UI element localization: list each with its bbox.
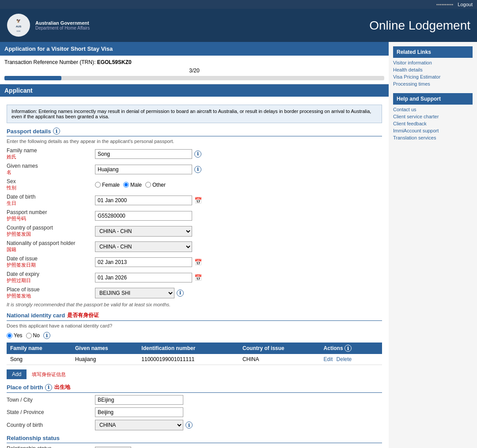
family-name-input[interactable]	[95, 149, 192, 159]
national-id-yes-option[interactable]: Yes	[7, 332, 23, 339]
sidebar-immiaccount-link[interactable]: ImmiAccount support	[393, 128, 473, 133]
dob-input[interactable]	[95, 196, 192, 205]
passport-valid-note: It is strongly recommended that the pass…	[7, 302, 382, 307]
sidebar-pricing-link[interactable]: Visa Pricing Estimator	[393, 74, 473, 79]
national-id-info-icon[interactable]: ℹ	[43, 332, 50, 339]
relationship-title: Relationship status	[7, 435, 382, 443]
country-birth-label: Country of birth	[7, 422, 95, 428]
sidebar: Related Links Visitor information Health…	[389, 42, 477, 448]
nationality-control: CHINA - CHN	[95, 241, 382, 252]
country-birth-info-icon[interactable]: ℹ	[186, 422, 193, 429]
svg-text:AUS: AUS	[16, 25, 22, 28]
country-passport-select[interactable]: CHINA - CHN	[95, 226, 192, 237]
delete-id-link[interactable]: Delete	[337, 356, 352, 362]
gov-text-block: Australian Government Department of Home…	[35, 20, 90, 30]
sex-male-option[interactable]: Male	[123, 182, 142, 188]
sex-female-radio[interactable]	[95, 182, 101, 188]
expiry-date-control: 📅	[95, 273, 382, 282]
passport-num-label: Passport number 护照号码	[7, 209, 95, 222]
national-id-subtitle: Does this applicant have a national iden…	[7, 323, 382, 328]
table-col-country: Country of issue	[239, 343, 320, 354]
given-names-info-icon[interactable]: ℹ	[194, 166, 201, 173]
relationship-label: Relationship status 婚姻状态	[7, 445, 95, 448]
passport-info-icon[interactable]: ℹ	[53, 128, 60, 135]
passport-num-row: Passport number 护照号码	[7, 209, 382, 222]
add-id-button[interactable]: Add	[7, 369, 26, 379]
place-issue-info-icon[interactable]: ℹ	[177, 290, 184, 297]
expiry-date-label: Date of expiry 护照过期日	[7, 271, 95, 284]
given-names-input[interactable]	[95, 165, 192, 174]
country-birth-select[interactable]: CHINA	[95, 420, 183, 430]
sex-other-radio[interactable]	[145, 182, 151, 188]
sex-other-option[interactable]: Other	[145, 182, 166, 188]
table-cell-family: Song	[7, 354, 72, 365]
national-id-title: National identity card 是否有身份证	[7, 312, 382, 321]
national-id-yes-radio[interactable]	[7, 333, 12, 339]
sidebar-feedback-link[interactable]: Client feedback	[393, 121, 473, 126]
help-section: Help and Support Contact us Client servi…	[393, 93, 473, 140]
sidebar-processing-link[interactable]: Processing times	[393, 81, 473, 87]
sex-male-radio[interactable]	[123, 182, 129, 188]
given-names-row: Given names 名 ℹ	[7, 163, 382, 176]
family-name-info-icon[interactable]: ℹ	[194, 151, 201, 158]
edit-id-link[interactable]: Edit	[324, 356, 333, 362]
national-id-no-option[interactable]: No	[26, 332, 40, 339]
issue-calendar-icon[interactable]: 📅	[194, 259, 202, 266]
national-id-no-radio[interactable]	[26, 333, 32, 339]
state-control	[95, 407, 382, 417]
dob-row: Date of birth 生日 📅	[7, 194, 382, 207]
logout-link[interactable]: Logout	[458, 2, 473, 7]
state-input[interactable]	[95, 407, 183, 417]
form-title: Application for a Visitor Short Stay Vis…	[0, 42, 389, 56]
sidebar-health-details-link[interactable]: Health details	[393, 67, 473, 72]
progress-bar-container	[4, 76, 384, 80]
country-passport-label: Country of passport 护照签发国	[7, 225, 95, 237]
sidebar-translation-link[interactable]: Translation services	[393, 135, 473, 140]
state-label: State / Province	[7, 409, 95, 415]
sidebar-contact-link[interactable]: Contact us	[393, 107, 473, 112]
expiry-date-row: Date of expiry 护照过期日 📅	[7, 271, 382, 284]
nationality-row: Nationality of passport holder 国籍 CHINA …	[7, 240, 382, 253]
table-row: Song Huajiang 110000199001011111 CHINA E…	[7, 354, 382, 365]
nationality-select[interactable]: CHINA - CHN	[95, 241, 192, 252]
family-name-control: ℹ	[95, 149, 382, 159]
actions-info-icon[interactable]: ℹ	[344, 345, 352, 352]
table-col-idnum: Identification number	[138, 343, 239, 354]
gov-name-line1: Australian Government	[35, 20, 90, 26]
svg-text:🦅: 🦅	[16, 19, 21, 23]
related-links-section: Related Links Visitor information Health…	[393, 46, 473, 87]
town-input[interactable]	[95, 395, 183, 405]
table-col-actions: Actions ℹ	[320, 343, 382, 354]
place-issue-row: Place of issue 护照签发地 BEIJING SHI ℹ	[7, 286, 382, 299]
issue-date-input[interactable]	[95, 257, 192, 267]
place-issue-select[interactable]: BEIJING SHI	[95, 288, 174, 298]
place-birth-info-icon[interactable]: ℹ	[45, 384, 52, 391]
table-col-given: Given names	[72, 343, 138, 354]
relationship-row: Relationship status 婚姻状态 Married Single …	[7, 445, 382, 448]
passport-num-input[interactable]	[95, 211, 192, 221]
progress-bar-fill	[4, 76, 61, 80]
given-names-control: ℹ	[95, 165, 382, 174]
expiry-date-input[interactable]	[95, 273, 192, 282]
relationship-select[interactable]: Married Single Divorced Widowed De facto	[95, 447, 131, 448]
svg-text:GOV: GOV	[17, 30, 21, 32]
town-control	[95, 395, 382, 405]
passport-num-control	[95, 211, 382, 221]
passport-subsection-title: Passport details ℹ	[7, 128, 382, 136]
sex-control: Female Male Other	[95, 182, 382, 188]
sidebar-charter-link[interactable]: Client service charter	[393, 114, 473, 119]
table-cell-actions: Edit Delete	[320, 354, 382, 365]
given-names-label: Given names 名	[7, 163, 95, 176]
sex-female-option[interactable]: Female	[95, 182, 120, 188]
place-issue-control: BEIJING SHI ℹ	[95, 288, 382, 298]
calendar-icon[interactable]: 📅	[194, 197, 202, 204]
sidebar-visitor-info-link[interactable]: Visitor information	[393, 60, 473, 65]
expiry-calendar-icon[interactable]: 📅	[194, 274, 202, 281]
sex-label: Sex 性别	[7, 178, 95, 191]
country-passport-control: CHINA - CHN	[95, 226, 382, 237]
page-counter: 3/20	[4, 68, 384, 74]
header-branding: 🦅 AUS GOV Australian Government Departme…	[7, 13, 90, 38]
country-birth-row: Country of birth CHINA ℹ	[7, 420, 382, 430]
table-cell-given: Huajiang	[72, 354, 138, 365]
national-id-table: Family name Given names Identification n…	[7, 343, 382, 365]
